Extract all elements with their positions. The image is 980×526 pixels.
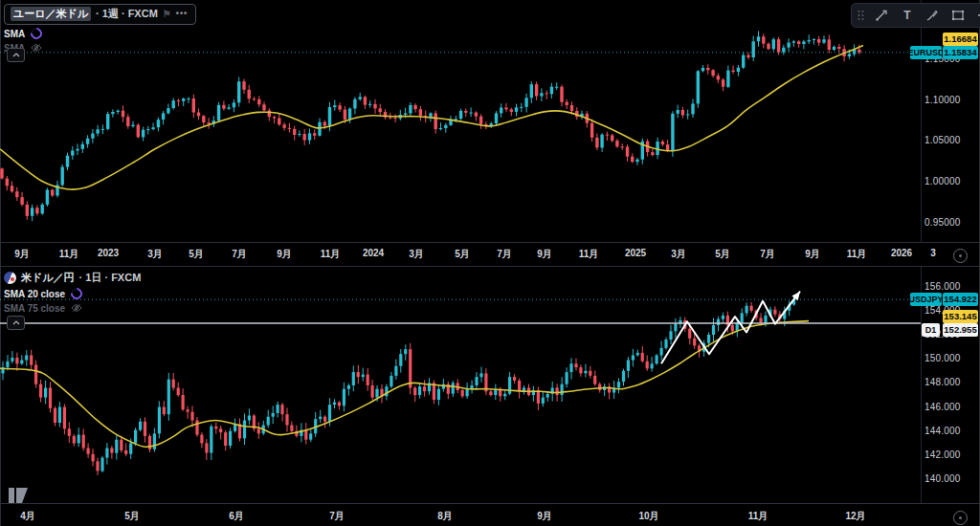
time-axis-label: 7月 [497,248,512,261]
time-axis-label: 3 [930,248,936,258]
indicator-row[interactable]: SMA 75 close [4,302,141,314]
symbol-title-row[interactable]: ユーロ／米ドル· 1週 · FXCM⚑••• [4,4,196,25]
time-axis-label: 7月 [329,510,345,523]
time-axis-label: 3月 [409,248,424,261]
brush-tool-button[interactable] [924,7,941,24]
last-price-label: 1.15834 [943,46,978,59]
pane-collapse-button[interactable] [7,48,25,62]
time-axis-label: 5月 [124,510,140,523]
time-axis-label: 6月 [229,510,244,523]
text-tool-button[interactable]: T [899,7,915,24]
time-axis-label: 9月 [537,510,552,523]
indicator-loading-icon [69,286,85,302]
indicator-row[interactable]: SMA [4,28,196,39]
japan-flag-dot [11,277,14,281]
sma-value-label: 153.145 [943,310,978,323]
rectangle-tool-button[interactable] [949,7,966,24]
time-axis-label: 11月 [847,248,867,261]
chevron-up-icon [12,53,20,57]
time-axis-label: 9月 [805,248,820,261]
scroll-to-realtime-button[interactable] [953,511,968,525]
indicator-loading-icon [29,26,45,42]
symbol-name: 米ドル／円 [21,271,75,285]
time-axis-label: 4月 [20,510,35,523]
eye-hidden-icon [31,42,42,54]
time-axis-label: 9月 [537,248,552,261]
last-price-label: 154.922 [943,293,978,306]
time-axis-label: 11月 [579,248,599,261]
indicator-label: SMA [4,29,25,39]
time-axis-label: 9月 [14,248,30,261]
price-axis-label: 1.05000 [924,135,961,145]
price-axis-label: 142.000 [924,449,961,460]
price-axis-label: 1.00000 [924,176,961,186]
trend-line-tool-button[interactable] [874,7,890,24]
time-axis-label: 2025 [625,248,646,258]
ticker-label: EURUSD [910,46,942,59]
more-tools-cut-button[interactable] [975,7,980,24]
indicator-row[interactable]: SMA [4,42,196,54]
eye-hidden-icon-wrap[interactable] [31,42,42,54]
sma-line [0,321,809,448]
time-axis-label: 3月 [671,248,686,261]
brush-icon [924,8,940,23]
more-options-icon[interactable]: ••• [176,10,188,18]
scroll-to-realtime-button[interactable] [953,249,968,263]
hline-timeframe-tag: D1 [922,323,940,337]
chart-canvas[interactable] [0,0,980,526]
symbol-name: ユーロ／米ドル [11,7,91,21]
price-axis-label: 156.000 [924,281,961,292]
time-axis-label: 10月 [638,510,658,523]
price-axis-label: 146.000 [924,402,961,412]
time-axis-label: 11月 [748,510,768,523]
time-axis-label: 11月 [59,248,79,261]
time-axis-label: 7月 [232,248,247,261]
price-axis-label: 140.000 [924,473,961,484]
indicator-label: SMA 75 close [4,303,65,314]
currency-pair-flag-icon [4,272,16,284]
tradingview-logo-icon [8,486,36,505]
sma-value-label: 1.16684 [943,33,978,46]
time-axis-label: 2026 [891,248,912,258]
trend-line-icon [874,8,889,23]
drag-dots-icon [858,10,864,21]
pane-legend: 米ドル／円· 1日 · FXCMSMA 20 closeSMA 75 close [4,271,141,314]
flag-marker-icon[interactable]: ⚑ [163,10,171,19]
pane-legend: ユーロ／米ドル· 1週 · FXCM⚑•••SMASMA [4,4,196,54]
symbol-details: · 1日 · FXCM [79,271,142,285]
rectangle-icon [950,8,966,23]
time-axis-label: 5月 [715,248,730,261]
center-dot [959,516,962,519]
time-axis-label: 3月 [147,248,163,261]
hline-price-label: 152.955 [943,323,978,337]
minus-icon [976,9,980,22]
symbol-details: · 1週 · FXCM [96,7,158,21]
zigzag-arrow-drawing [661,292,800,364]
toolbar-drag-handle[interactable] [858,7,865,24]
time-axis-label: 11月 [321,248,341,261]
indicator-row[interactable]: SMA 20 close [4,288,141,299]
time-axis-label: 8月 [437,510,453,523]
price-axis-label: 150.000 [924,353,961,363]
time-axis-label: 2024 [363,248,384,258]
pane-collapse-button[interactable] [7,316,25,330]
time-axis-label: 7月 [760,248,775,261]
trading-chart-window: ユーロ／米ドル· 1週 · FXCM⚑•••SMASMA1.150001.100… [0,0,980,526]
price-axis-label: 144.000 [924,426,961,436]
drawing-toolbar: T [851,3,980,28]
eye-hidden-icon [71,302,82,314]
time-axis-label: 12月 [845,510,865,523]
center-dot [959,254,962,257]
chevron-up-icon [12,320,20,325]
tradingview-logo[interactable] [8,486,36,509]
symbol-title-row[interactable]: 米ドル／円· 1日 · FXCM [4,271,141,285]
eye-hidden-icon-wrap[interactable] [71,302,82,314]
time-axis-label: 2023 [98,248,119,258]
price-axis-label: 148.000 [924,377,961,387]
time-axis-label: 9月 [277,248,292,261]
time-axis-label: 5月 [455,248,470,261]
indicator-label: SMA 20 close [4,289,65,299]
price-axis-label: 0.95000 [924,217,961,228]
time-axis-label: 5月 [189,248,204,261]
price-axis-label: 1.10000 [924,95,961,105]
